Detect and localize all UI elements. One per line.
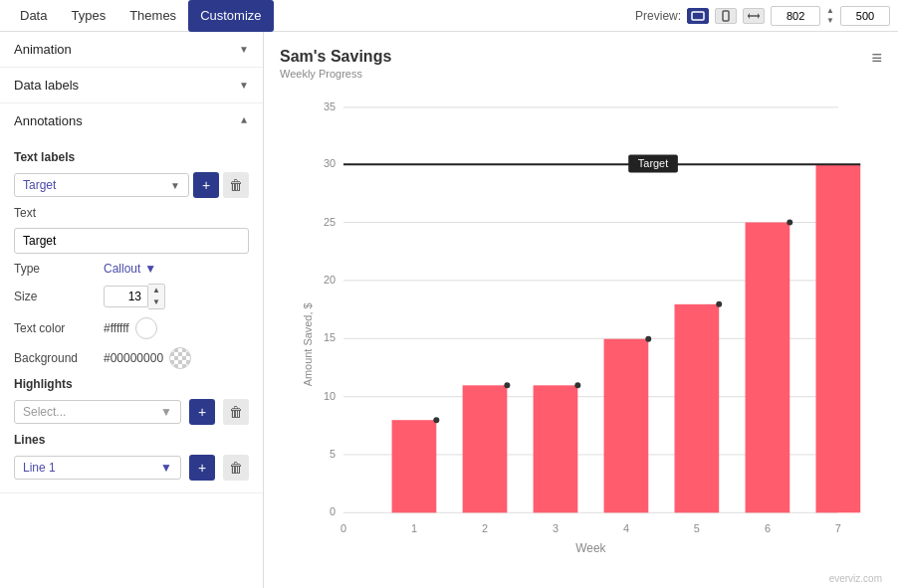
animation-chevron-icon: ▼ — [239, 44, 249, 55]
bar-week7 — [816, 164, 861, 512]
target-label-text: Target — [638, 157, 668, 169]
preview-desktop-icon[interactable] — [687, 8, 709, 24]
main-content: Animation ▼ Data labels ▼ Annotations ▼ … — [0, 32, 898, 588]
section-data-labels-label: Data labels — [14, 78, 79, 93]
lines-section: Lines Line 1 ▼ + 🗑 — [14, 433, 249, 481]
highlights-row: Select... ▼ + 🗑 — [14, 399, 249, 425]
dot-week4 — [645, 336, 651, 342]
lines-title: Lines — [14, 433, 249, 447]
lines-selected: Line 1 — [23, 461, 56, 475]
size-input-group: ▲ ▼ — [104, 284, 165, 309]
data-labels-chevron-icon: ▼ — [239, 80, 249, 91]
chart-container: Amount Saved, $ 0 5 10 15 20 25 — [280, 88, 882, 562]
svg-text:5: 5 — [330, 448, 336, 460]
section-annotations-header[interactable]: Annotations ▼ — [0, 103, 263, 138]
chart-svg: Amount Saved, $ 0 5 10 15 20 25 — [280, 88, 882, 562]
chart-area: Sam's Savings Weekly Progress ≡ Amount S… — [264, 32, 898, 588]
svg-text:5: 5 — [694, 522, 700, 534]
section-data-labels-header[interactable]: Data labels ▼ — [0, 68, 263, 102]
svg-text:1: 1 — [411, 522, 417, 534]
highlights-delete-button[interactable]: 🗑 — [223, 399, 249, 425]
svg-text:30: 30 — [324, 157, 336, 169]
text-labels-dropdown[interactable]: Target ▼ — [14, 173, 189, 197]
annotations-chevron-icon: ▼ — [239, 115, 249, 126]
preview-height-arrows[interactable]: ▲ ▼ — [826, 6, 834, 25]
text-labels-add-button[interactable]: + — [193, 172, 219, 198]
size-row: Size ▲ ▼ — [14, 284, 249, 309]
text-labels-selected: Target — [23, 178, 56, 192]
svg-text:35: 35 — [324, 100, 336, 112]
svg-text:25: 25 — [324, 216, 336, 228]
preview-resize-icon[interactable] — [743, 8, 765, 24]
watermark: everviz.com — [829, 573, 882, 584]
preview-area: Preview: ▲ ▼ — [635, 6, 890, 26]
top-nav: Data Types Themes Customize Preview: ▲ ▼ — [0, 0, 898, 32]
svg-marker-3 — [748, 13, 750, 19]
svg-text:0: 0 — [340, 522, 346, 534]
bar-week3 — [534, 385, 578, 512]
section-annotations-label: Annotations — [14, 113, 83, 128]
preview-width-input[interactable] — [771, 6, 820, 26]
text-labels-chevron-icon: ▼ — [170, 180, 180, 191]
svg-text:3: 3 — [553, 522, 559, 534]
highlights-add-button[interactable]: + — [189, 399, 215, 425]
bar-week2 — [463, 385, 508, 512]
svg-rect-1 — [723, 11, 729, 21]
text-labels-title: Text labels — [14, 150, 249, 164]
bar-week5 — [675, 304, 720, 512]
text-color-hex: #ffffff — [104, 321, 129, 335]
svg-rect-0 — [692, 12, 704, 20]
highlights-title: Highlights — [14, 377, 249, 391]
text-color-swatch[interactable] — [135, 317, 157, 339]
chart-title: Sam's Savings — [280, 48, 882, 66]
bg-color-hex: #00000000 — [104, 351, 163, 365]
annotations-content: Text labels Target ▼ + 🗑 Text Type — [0, 138, 263, 492]
text-color-row: Text color #ffffff — [14, 317, 249, 339]
text-value-input[interactable] — [14, 228, 249, 254]
highlights-placeholder: Select... — [23, 405, 66, 419]
text-field-label: Text — [14, 206, 104, 220]
tab-types[interactable]: Types — [59, 0, 117, 32]
tab-themes[interactable]: Themes — [117, 0, 188, 32]
type-row: Type Callout ▼ — [14, 262, 249, 276]
bar-week6 — [746, 223, 790, 513]
type-value: Callout — [104, 262, 140, 276]
size-down-button[interactable]: ▼ — [148, 296, 164, 308]
section-annotations: Annotations ▼ Text labels Target ▼ + 🗑 T… — [0, 103, 263, 493]
text-labels-delete-button[interactable]: 🗑 — [223, 172, 249, 198]
highlights-dropdown[interactable]: Select... ▼ — [14, 400, 181, 424]
size-up-button[interactable]: ▲ — [148, 285, 164, 296]
dot-week5 — [716, 301, 722, 307]
tab-customize[interactable]: Customize — [188, 0, 273, 32]
lines-dropdown[interactable]: Line 1 ▼ — [14, 456, 181, 480]
chart-menu-icon[interactable]: ≡ — [871, 48, 882, 69]
preview-label: Preview: — [635, 9, 681, 23]
size-label: Size — [14, 290, 104, 303]
text-color-label: Text color — [14, 321, 104, 335]
svg-text:6: 6 — [765, 522, 771, 534]
preview-height-input[interactable] — [840, 6, 890, 26]
bar-week4 — [604, 339, 649, 513]
section-animation: Animation ▼ — [0, 32, 263, 68]
size-spinner: ▲ ▼ — [148, 284, 165, 309]
highlights-chevron-icon: ▼ — [160, 405, 172, 419]
preview-mobile-icon[interactable] — [715, 8, 737, 24]
lines-add-button[interactable]: + — [189, 455, 215, 481]
dot-week6 — [786, 220, 792, 226]
svg-text:0: 0 — [330, 505, 336, 517]
svg-text:7: 7 — [835, 522, 841, 534]
size-input[interactable] — [104, 286, 148, 307]
section-data-labels: Data labels ▼ — [0, 68, 263, 103]
section-animation-header[interactable]: Animation ▼ — [0, 32, 263, 67]
svg-marker-4 — [758, 13, 760, 19]
tab-data[interactable]: Data — [8, 0, 59, 32]
bg-color-swatch[interactable] — [169, 347, 191, 369]
type-chevron-icon: ▼ — [144, 262, 156, 276]
type-dropdown[interactable]: Callout ▼ — [104, 262, 156, 276]
svg-text:10: 10 — [324, 390, 336, 402]
lines-chevron-icon: ▼ — [160, 461, 172, 475]
dot-week1 — [433, 417, 439, 423]
text-labels-row: Target ▼ + 🗑 — [14, 172, 249, 198]
lines-row: Line 1 ▼ + 🗑 — [14, 455, 249, 481]
lines-delete-button[interactable]: 🗑 — [223, 455, 249, 481]
